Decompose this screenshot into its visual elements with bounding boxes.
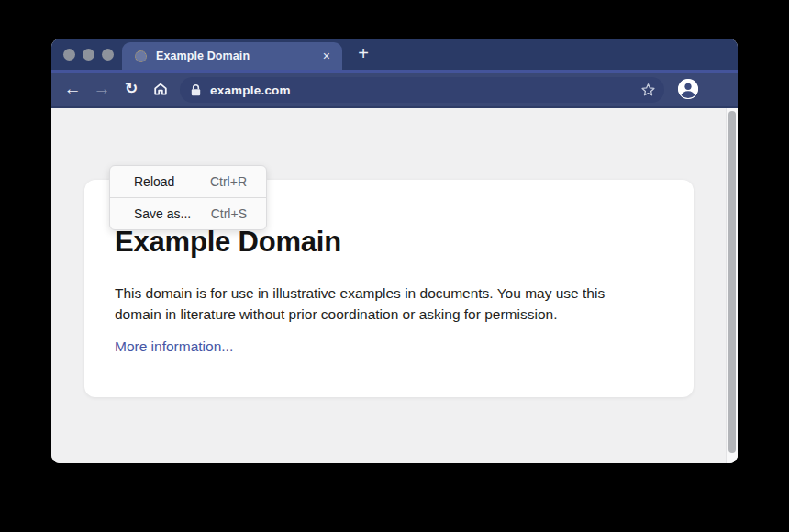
- context-menu-item-reload[interactable]: Reload Ctrl+R: [110, 166, 266, 197]
- lock-icon: [190, 83, 202, 97]
- zoom-window-button[interactable]: [102, 49, 114, 61]
- forward-button[interactable]: →: [91, 77, 113, 101]
- paragraph-line-2: domain in literature without prior coord…: [115, 306, 557, 322]
- menu-item-label: Reload: [134, 174, 174, 189]
- menu-item-shortcut: Ctrl+S: [211, 206, 247, 221]
- paragraph-line-1: This domain is for use in illustrative e…: [115, 285, 605, 301]
- profile-avatar-icon[interactable]: [678, 79, 698, 99]
- new-tab-button[interactable]: +: [353, 41, 373, 65]
- page-paragraph: This domain is for use in illustrative e…: [115, 283, 639, 325]
- star-bookmark-icon[interactable]: [640, 83, 656, 98]
- context-menu-item-save-as[interactable]: Save as... Ctrl+S: [110, 197, 266, 229]
- traffic-lights: [63, 49, 114, 61]
- web-content: Example Domain This domain is for use in…: [51, 108, 738, 463]
- back-button[interactable]: ←: [61, 77, 83, 101]
- titlebar: Example Domain × +: [51, 39, 738, 70]
- close-window-button[interactable]: [63, 49, 75, 61]
- context-menu: Reload Ctrl+R Save as... Ctrl+S: [109, 165, 267, 230]
- minimize-window-button[interactable]: [83, 49, 94, 61]
- home-button[interactable]: [150, 77, 172, 101]
- tab-close-icon[interactable]: ×: [323, 50, 330, 62]
- page-heading: Example Domain: [115, 226, 639, 259]
- toolbar: ← → ↻ example.com: [51, 70, 738, 108]
- globe-favicon-icon: [135, 50, 147, 62]
- address-bar[interactable]: example.com: [180, 77, 664, 103]
- reload-button[interactable]: ↻: [120, 77, 142, 101]
- scrollbar-thumb[interactable]: [728, 111, 736, 453]
- browser-window: Example Domain × + ← → ↻ example.com: [51, 39, 738, 463]
- scrollbar-track[interactable]: [726, 108, 738, 463]
- url-text[interactable]: example.com: [210, 83, 291, 97]
- tab-title: Example Domain: [156, 50, 316, 62]
- more-information-link[interactable]: More information...: [115, 338, 233, 355]
- menu-item-shortcut: Ctrl+R: [210, 174, 247, 189]
- menu-item-label: Save as...: [134, 206, 191, 221]
- tab-example-domain[interactable]: Example Domain ×: [122, 42, 342, 70]
- home-icon: [152, 81, 169, 97]
